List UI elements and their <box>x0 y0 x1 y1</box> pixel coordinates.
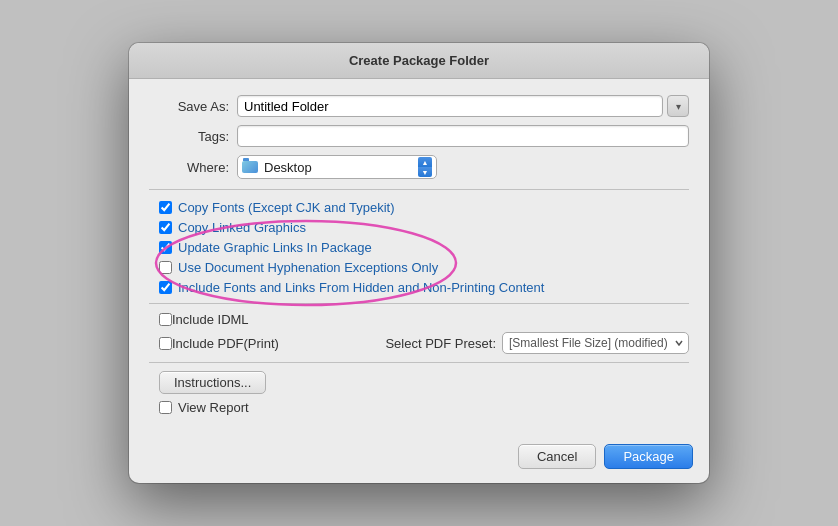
copy-fonts-checkbox[interactable] <box>159 201 172 214</box>
desktop-folder-icon <box>242 161 258 173</box>
checkbox-row-update-links: Update Graphic Links In Package <box>149 240 689 255</box>
checkboxes-list: Copy Fonts (Except CJK and Typekit)Copy … <box>149 200 689 295</box>
checkbox-row-hyphenation: Use Document Hyphenation Exceptions Only <box>149 260 689 275</box>
where-value: Desktop <box>264 160 412 175</box>
stepper-down[interactable]: ▼ <box>418 167 432 177</box>
view-report-checkbox[interactable] <box>159 401 172 414</box>
divider-3 <box>149 362 689 363</box>
include-fonts-checkbox[interactable] <box>159 281 172 294</box>
view-report-row: View Report <box>149 400 689 415</box>
package-button[interactable]: Package <box>604 444 693 469</box>
include-pdf-label[interactable]: Include PDF(Print) <box>172 336 279 351</box>
tags-label: Tags: <box>149 129 229 144</box>
checkbox-row-include-fonts: Include Fonts and Links From Hidden and … <box>149 280 689 295</box>
include-idml-label[interactable]: Include IDML <box>172 312 249 327</box>
include-idml-row: Include IDML <box>149 312 689 327</box>
include-pdf-row: Include PDF(Print) Select PDF Preset: [S… <box>149 332 689 354</box>
checkbox-row-copy-linked: Copy Linked Graphics <box>149 220 689 235</box>
save-as-input[interactable] <box>237 95 663 117</box>
pdf-preset-label: Select PDF Preset: <box>385 336 496 351</box>
dialog-title: Create Package Folder <box>129 43 709 79</box>
stepper-up[interactable]: ▲ <box>418 157 432 167</box>
hyphenation-checkbox[interactable] <box>159 261 172 274</box>
include-fonts-label[interactable]: Include Fonts and Links From Hidden and … <box>178 280 544 295</box>
pdf-preset-select[interactable]: [Smallest File Size] (modified) <box>502 332 689 354</box>
save-as-row: Save As: ▾ <box>149 95 689 117</box>
checkboxes-section: Copy Fonts (Except CJK and Typekit)Copy … <box>149 200 689 295</box>
include-pdf-checkbox[interactable] <box>159 337 172 350</box>
tags-input[interactable] <box>237 125 689 147</box>
view-report-label[interactable]: View Report <box>178 400 249 415</box>
update-links-checkbox[interactable] <box>159 241 172 254</box>
where-select[interactable]: Desktop ▲ ▼ <box>237 155 437 179</box>
copy-linked-label[interactable]: Copy Linked Graphics <box>178 220 306 235</box>
bottom-buttons: Cancel Package <box>129 434 709 483</box>
copy-fonts-label[interactable]: Copy Fonts (Except CJK and Typekit) <box>178 200 395 215</box>
save-as-dropdown-arrow[interactable]: ▾ <box>667 95 689 117</box>
hyphenation-label[interactable]: Use Document Hyphenation Exceptions Only <box>178 260 438 275</box>
where-stepper[interactable]: ▲ ▼ <box>418 157 432 177</box>
instructions-view-row: Instructions... <box>149 371 689 394</box>
create-package-dialog: Create Package Folder Save As: ▾ Tags: W… <box>129 43 709 483</box>
tags-row: Tags: <box>149 125 689 147</box>
divider-1 <box>149 189 689 190</box>
cancel-button[interactable]: Cancel <box>518 444 596 469</box>
where-label: Where: <box>149 160 229 175</box>
copy-linked-checkbox[interactable] <box>159 221 172 234</box>
checkbox-row-copy-fonts: Copy Fonts (Except CJK and Typekit) <box>149 200 689 215</box>
divider-2 <box>149 303 689 304</box>
update-links-label[interactable]: Update Graphic Links In Package <box>178 240 372 255</box>
save-as-label: Save As: <box>149 99 229 114</box>
include-idml-checkbox[interactable] <box>159 313 172 326</box>
where-row: Where: Desktop ▲ ▼ <box>149 155 689 179</box>
instructions-button[interactable]: Instructions... <box>159 371 266 394</box>
